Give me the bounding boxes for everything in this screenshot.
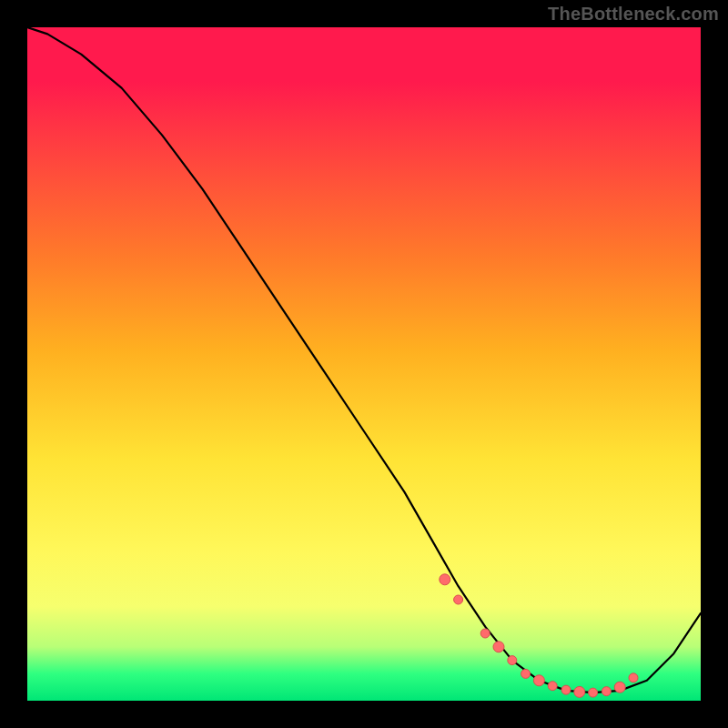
marker-dot (454, 595, 463, 604)
marker-dot (548, 682, 557, 691)
marker-dot (602, 687, 611, 696)
marker-dot (589, 688, 598, 697)
chart-svg (27, 27, 701, 701)
marker-dot (574, 686, 585, 697)
plot-area (27, 27, 701, 701)
marker-dot (493, 642, 504, 652)
watermark-text: TheBottleneck.com (548, 4, 719, 25)
marker-dot (533, 675, 544, 686)
marker-dot (561, 685, 571, 694)
marker-dot (440, 574, 450, 585)
marker-dot (508, 656, 517, 665)
curve-line (27, 27, 701, 693)
marker-dot (614, 682, 625, 693)
marker-dot (629, 673, 638, 682)
marker-dot (480, 629, 490, 638)
marker-group (440, 574, 638, 698)
chart-frame: TheBottleneck.com (0, 0, 728, 728)
marker-dot (521, 669, 531, 678)
